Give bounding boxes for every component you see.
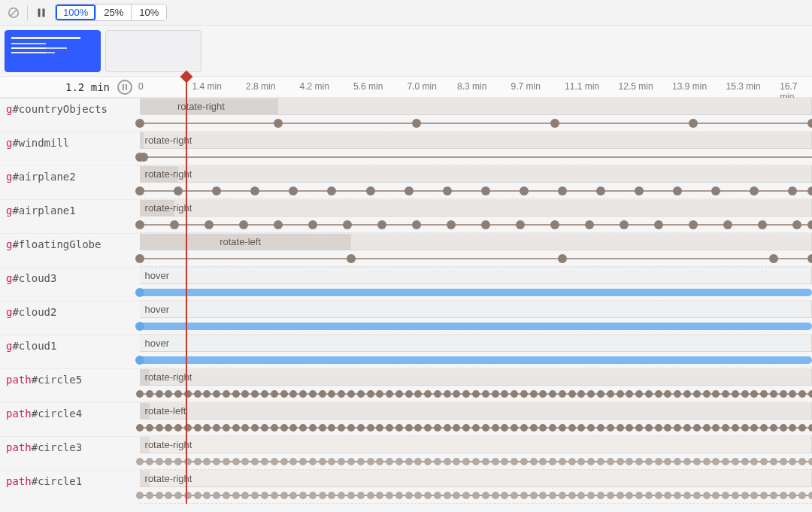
keyframe-dot[interactable] [319,492,326,499]
scrubber-pause-button[interactable] [117,80,132,95]
keyframe-dot[interactable] [223,458,230,465]
keyframe-rail[interactable] [140,284,812,301]
keyframe-dot[interactable] [693,390,701,398]
keyframe-dot[interactable] [635,390,643,398]
keyframe-dot[interactable] [347,492,355,499]
keyframe-dot[interactable] [309,424,317,432]
track-label[interactable]: g#cloud2 [0,301,140,335]
keyframe-dot[interactable] [760,492,768,499]
keyframe-dot[interactable] [664,390,671,398]
keyframe-dot[interactable] [655,492,662,499]
speed-100pct-button[interactable]: 100% [56,5,95,20]
keyframe-dot[interactable] [338,458,345,465]
keyframe-dot[interactable] [135,186,144,195]
keyframe-dot[interactable] [587,424,595,432]
keyframe-dot[interactable] [271,424,278,432]
keyframe-dot[interactable] [414,390,422,398]
keyframe-dot[interactable] [251,424,259,432]
keyframe-dot[interactable] [587,458,595,465]
keyframe-dot[interactable] [232,492,240,499]
keyframe-dot[interactable] [550,220,559,229]
keyframe-dot[interactable] [274,220,283,229]
keyframe-dot[interactable] [424,424,432,432]
keyframe-dot[interactable] [789,424,796,432]
keyframe-dot[interactable] [434,458,441,465]
keyframe-dot[interactable] [492,492,499,499]
keyframe-dot[interactable] [319,424,326,432]
keyframe-rail[interactable] [140,352,812,368]
keyframe-dot[interactable] [135,356,144,365]
keyframe-dot[interactable] [664,492,671,499]
keyframe-dot[interactable] [146,458,153,465]
keyframe-dot[interactable] [434,390,441,398]
keyframe-dot[interactable] [412,220,421,229]
keyframe-dot[interactable] [568,458,576,465]
keyframe-dot[interactable] [271,458,278,465]
keyframe-dot[interactable] [693,424,701,432]
keyframe-dot[interactable] [798,390,806,398]
keyframe-dot[interactable] [376,390,383,398]
keyframe-dot[interactable] [135,288,144,297]
keyframe-dot[interactable] [308,220,317,229]
keyframe-dot[interactable] [568,424,576,432]
keyframe-dot[interactable] [770,390,777,398]
keyframe-dot[interactable] [780,458,787,465]
track-label[interactable]: g#countryObjects [0,98,140,132]
keyframe-dot[interactable] [683,458,691,465]
keyframe-dot[interactable] [732,458,739,465]
document-tab-1[interactable] [105,30,201,72]
keyframe-dot[interactable] [558,254,567,263]
keyframe-dot[interactable] [722,390,729,398]
keyframe-dot[interactable] [501,492,508,499]
keyframe-dot[interactable] [645,458,653,465]
keyframe-dot[interactable] [223,492,230,499]
keyframe-dot[interactable] [620,220,629,229]
keyframe-dot[interactable] [376,492,383,499]
keyframe-dot[interactable] [338,424,345,432]
keyframe-dot[interactable] [539,458,547,465]
keyframe-dot[interactable] [617,492,624,499]
keyframe-dot[interactable] [327,186,336,195]
keyframe-dot[interactable] [674,492,681,499]
keyframe-dot[interactable] [405,458,413,465]
keyframe-dot[interactable] [549,424,556,432]
keyframe-dot[interactable] [808,458,812,465]
keyframe-dot[interactable] [213,424,220,432]
keyframe-dot[interactable] [223,424,230,432]
keyframe-dot[interactable] [789,458,796,465]
keyframe-dot[interactable] [444,424,451,432]
keyframe-dot[interactable] [414,492,422,499]
keyframe-dot[interactable] [750,458,758,465]
keyframe-dot[interactable] [289,492,297,499]
keyframe-dot[interactable] [261,424,268,432]
keyframe-dot[interactable] [194,390,201,398]
keyframe-dot[interactable] [453,458,460,465]
keyframe-dot[interactable] [807,220,812,229]
keyframe-dot[interactable] [156,492,163,499]
keyframe-dot[interactable] [807,119,812,128]
keyframe-dot[interactable] [760,458,768,465]
keyframe-dot[interactable] [347,254,356,263]
keyframe-dot[interactable] [165,424,172,432]
keyframe-dot[interactable] [712,390,720,398]
keyframe-dot[interactable] [520,390,528,398]
keyframe-rail[interactable] [140,183,812,199]
keyframe-dot[interactable] [712,458,720,465]
keyframe-dot[interactable] [289,186,298,195]
keyframe-dot[interactable] [597,458,604,465]
track-label[interactable]: g#cloud1 [0,335,140,368]
keyframe-dot[interactable] [274,119,283,128]
keyframe-dot[interactable] [405,390,413,398]
keyframe-dot[interactable] [770,424,777,432]
keyframe-dot[interactable] [789,492,796,499]
keyframe-dot[interactable] [453,492,460,499]
keyframe-dot[interactable] [395,458,403,465]
keyframe-dot[interactable] [203,390,211,398]
keyframe-dot[interactable] [174,186,183,195]
keyframe-dot[interactable] [501,390,508,398]
track-lane[interactable]: hover [140,301,812,335]
keyframe-dot[interactable] [135,254,144,263]
keyframe-dot[interactable] [617,424,624,432]
keyframe-dot[interactable] [617,458,624,465]
track-label[interactable]: path#circle3 [0,437,140,470]
